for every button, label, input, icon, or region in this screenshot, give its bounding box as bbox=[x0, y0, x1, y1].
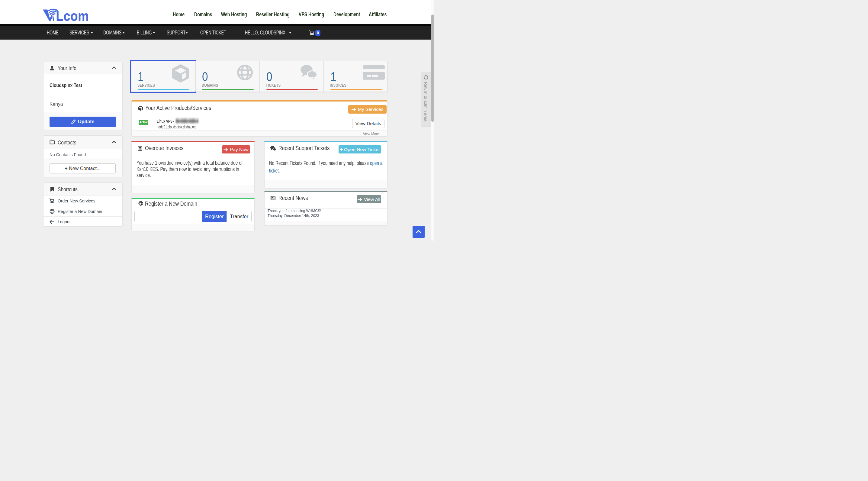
svg-text:Lcom: Lcom bbox=[56, 8, 89, 22]
